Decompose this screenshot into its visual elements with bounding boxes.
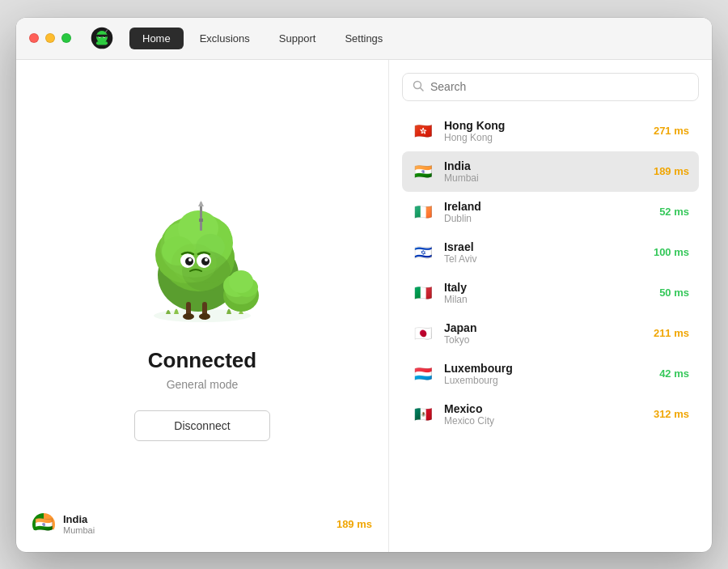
nav-tabs: Home Exclusions Support Settings (129, 28, 396, 49)
flag-mexico: 🇲🇽 (412, 403, 434, 426)
server-info-ireland: Ireland Dublin (444, 200, 650, 224)
server-city-israel: Tel Aviv (444, 253, 644, 265)
server-country-mexico: Mexico (444, 402, 644, 415)
maximize-button[interactable] (61, 33, 71, 43)
server-item-india[interactable]: 🇮🇳 India Mumbai 189 ms (402, 151, 699, 192)
svg-line-42 (421, 87, 424, 91)
server-latency-ireland: 52 ms (659, 206, 689, 218)
server-list: 🇭🇰 Hong Kong Hong Kong 271 ms 🇮🇳 India M… (402, 111, 699, 539)
svg-rect-7 (96, 35, 108, 37)
svg-rect-2 (96, 41, 108, 45)
app-logo (91, 27, 113, 49)
tab-support[interactable]: Support (266, 28, 329, 49)
connection-status: Connected (148, 348, 256, 373)
bottom-latency: 189 ms (336, 518, 372, 530)
flag-india: 🇮🇳 (412, 160, 434, 183)
svg-point-28 (205, 258, 208, 261)
flag-israel: 🇮🇱 (412, 241, 434, 264)
traffic-lights (29, 33, 71, 43)
server-latency-japan: 211 ms (654, 327, 689, 339)
left-panel: Connected General mode Disconnect 🇮🇳 Ind… (16, 60, 388, 552)
search-input[interactable] (430, 80, 688, 93)
svg-rect-29 (200, 202, 202, 231)
server-country-luxembourg: Luxembourg (444, 362, 650, 375)
server-city-japan: Tokyo (444, 334, 644, 346)
tab-settings[interactable]: Settings (332, 28, 396, 49)
server-city-ireland: Dublin (444, 213, 650, 224)
server-city-italy: Milan (444, 294, 650, 305)
server-country-hk: Hong Kong (444, 119, 644, 132)
search-icon (413, 80, 424, 94)
server-info-india: India Mumbai (444, 159, 644, 184)
server-item-israel[interactable]: 🇮🇱 Israel Tel Aviv 100 ms (402, 232, 699, 273)
main-content: Connected General mode Disconnect 🇮🇳 Ind… (16, 60, 712, 552)
close-button[interactable] (29, 33, 39, 43)
mascot-container (121, 170, 283, 332)
flag-ireland: 🇮🇪 (412, 201, 434, 223)
svg-point-36 (229, 270, 253, 293)
bottom-flag: 🇮🇳 (32, 513, 55, 536)
flag-japan: 🇯🇵 (412, 322, 434, 345)
bottom-status-bar: 🇮🇳 India Mumbai 189 ms (32, 513, 372, 536)
svg-rect-31 (199, 219, 203, 222)
server-country-india: India (444, 159, 644, 172)
title-bar: Home Exclusions Support Settings (16, 18, 712, 60)
svg-point-39 (183, 313, 194, 320)
flag-italy: 🇮🇹 (412, 282, 434, 304)
server-latency-hk: 271 ms (654, 125, 689, 137)
flag-hk: 🇭🇰 (412, 120, 434, 142)
server-country-japan: Japan (444, 321, 644, 334)
server-latency-italy: 50 ms (659, 287, 689, 299)
svg-marker-30 (198, 201, 204, 206)
app-window: Home Exclusions Support Settings (16, 18, 712, 552)
flag-luxembourg: 🇱🇺 (412, 363, 434, 385)
server-item-italy[interactable]: 🇮🇹 Italy Milan 50 ms (402, 273, 699, 313)
server-country-italy: Italy (444, 281, 650, 294)
server-info-japan: Japan Tokyo (444, 321, 644, 346)
bottom-city-name: Mumbai (63, 525, 95, 535)
server-item-ireland[interactable]: 🇮🇪 Ireland Dublin 52 ms (402, 192, 699, 232)
server-item-japan[interactable]: 🇯🇵 Japan Tokyo 211 ms (402, 313, 699, 354)
right-panel: 🇭🇰 Hong Kong Hong Kong 271 ms 🇮🇳 India M… (389, 60, 712, 552)
server-country-ireland: Ireland (444, 200, 650, 213)
server-city-india: Mumbai (444, 172, 644, 184)
server-latency-israel: 100 ms (654, 246, 689, 258)
bottom-country-info: India Mumbai (63, 513, 95, 535)
server-city-hk: Hong Kong (444, 132, 644, 143)
tab-home[interactable]: Home (129, 28, 184, 49)
tab-exclusions[interactable]: Exclusions (187, 28, 263, 49)
svg-point-40 (199, 313, 210, 320)
connection-mode: General mode (167, 378, 239, 391)
server-item-mexico[interactable]: 🇲🇽 Mexico Mexico City 312 ms (402, 394, 699, 435)
bottom-country-name: India (63, 513, 95, 525)
mascot-svg (121, 170, 283, 332)
server-city-mexico: Mexico City (444, 415, 644, 427)
server-country-israel: Israel (444, 240, 644, 253)
server-info-italy: Italy Milan (444, 281, 650, 305)
server-info-israel: Israel Tel Aviv (444, 240, 644, 265)
server-latency-mexico: 312 ms (654, 408, 689, 420)
server-latency-luxembourg: 42 ms (659, 367, 689, 380)
svg-point-27 (188, 258, 192, 261)
server-info-mexico: Mexico Mexico City (444, 402, 644, 427)
server-info-hk: Hong Kong Hong Kong (444, 119, 644, 143)
server-latency-india: 189 ms (654, 165, 689, 177)
server-item-hk[interactable]: 🇭🇰 Hong Kong Hong Kong 271 ms (402, 111, 699, 151)
server-info-luxembourg: Luxembourg Luxembourg (444, 362, 650, 386)
disconnect-button[interactable]: Disconnect (134, 410, 269, 441)
server-item-luxembourg[interactable]: 🇱🇺 Luxembourg Luxembourg 42 ms (402, 354, 699, 394)
minimize-button[interactable] (45, 33, 55, 43)
server-city-luxembourg: Luxembourg (444, 375, 650, 386)
search-box (402, 73, 699, 101)
